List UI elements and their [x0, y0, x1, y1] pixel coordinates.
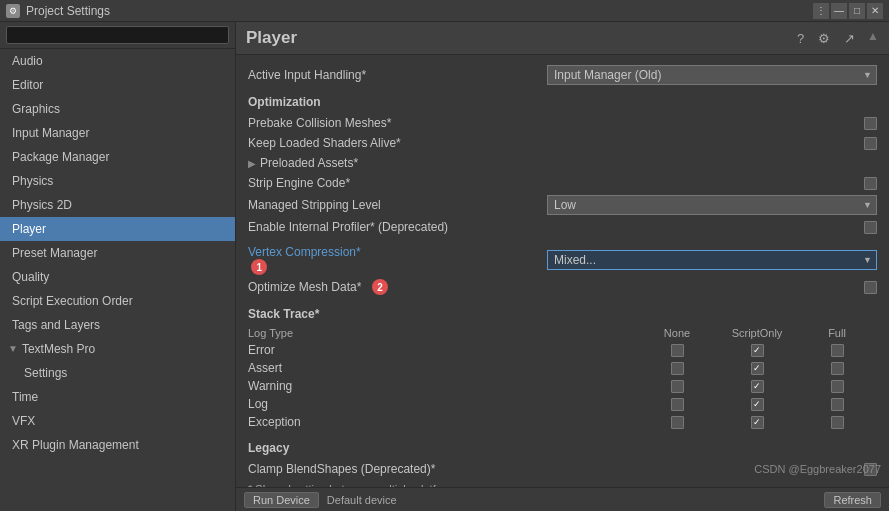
sidebar-item-physics[interactable]: Physics — [0, 169, 235, 193]
strip-engine-checkbox[interactable] — [864, 177, 877, 190]
run-device-btn[interactable]: Run Device — [244, 492, 319, 508]
row-log-label: Log — [248, 397, 637, 411]
log-full-checkbox[interactable] — [831, 398, 844, 411]
refresh-btn[interactable]: Refresh — [824, 492, 881, 508]
keep-shaders-checkbox[interactable] — [864, 137, 877, 150]
sidebar-item-time[interactable]: Time — [0, 385, 235, 409]
sidebar-item-player[interactable]: Player — [0, 217, 235, 241]
col-script-only: ScriptOnly — [717, 327, 797, 339]
search-input[interactable] — [6, 26, 229, 44]
row-warning-label: Warning — [248, 379, 637, 393]
vertex-dropdown-arrow-icon: ▼ — [863, 255, 872, 265]
title-bar: ⚙ Project Settings ⋮ — □ ✕ — [0, 0, 889, 22]
sidebar-item-package-manager[interactable]: Package Manager — [0, 145, 235, 169]
sidebar-item-quality[interactable]: Quality — [0, 265, 235, 289]
col-none: None — [637, 327, 717, 339]
active-input-label: Active Input Handling* — [248, 68, 547, 82]
assert-scriptonly-checkbox[interactable] — [751, 362, 764, 375]
legacy-header: Legacy — [248, 441, 877, 455]
preloaded-assets-arrow: ▶ — [248, 158, 256, 169]
close-btn[interactable]: ✕ — [867, 3, 883, 19]
sidebar-item-script-execution[interactable]: Script Execution Order — [0, 289, 235, 313]
page-title: Player — [246, 28, 297, 48]
dropdown-arrow-icon: ▼ — [863, 70, 872, 80]
exception-none-checkbox[interactable] — [671, 416, 684, 429]
optimize-mesh-label: Optimize Mesh Data* 2 — [248, 279, 864, 295]
maximize-btn[interactable]: □ — [849, 3, 865, 19]
error-scriptonly-checkbox[interactable] — [751, 344, 764, 357]
sidebar-item-vfx[interactable]: VFX — [0, 409, 235, 433]
app-icon: ⚙ — [6, 4, 20, 18]
expand-arrow-icon: ▼ — [8, 340, 18, 358]
header-toolbar: ? ⚙ ↗ ▲ — [793, 29, 879, 48]
minimize-btn[interactable]: — — [831, 3, 847, 19]
help-btn[interactable]: ? — [793, 29, 808, 48]
sidebar-item-graphics[interactable]: Graphics — [0, 97, 235, 121]
managed-stripping-row: Managed Stripping Level Low ▼ — [248, 193, 877, 217]
sidebar-item-tags-layers[interactable]: Tags and Layers — [0, 313, 235, 337]
exception-scriptonly-checkbox[interactable] — [751, 416, 764, 429]
content-scroll: Active Input Handling* Input Manager (Ol… — [236, 55, 889, 487]
sidebar: Audio Editor Graphics Input Manager Pack… — [0, 22, 236, 511]
error-full-checkbox[interactable] — [831, 344, 844, 357]
assert-none-checkbox[interactable] — [671, 362, 684, 375]
managed-stripping-label: Managed Stripping Level — [248, 198, 547, 212]
stack-trace-columns: Log Type None ScriptOnly Full — [248, 325, 877, 341]
preloaded-assets-row: ▶ Preloaded Assets* — [248, 153, 877, 173]
vertex-compression-row: Vertex Compression* 1 Mixed... ▼ — [248, 243, 877, 277]
default-device-label: Default device — [327, 494, 397, 506]
exception-full-checkbox[interactable] — [831, 416, 844, 429]
log-scriptonly-checkbox[interactable] — [751, 398, 764, 411]
enable-profiler-checkbox[interactable] — [864, 221, 877, 234]
table-row-assert: Assert — [248, 359, 877, 377]
content-area: Player ? ⚙ ↗ ▲ Active Input Handling* In… — [236, 22, 889, 511]
optimize-mesh-badge: 2 — [372, 279, 388, 295]
sidebar-item-xr-plugin[interactable]: XR Plugin Management — [0, 433, 235, 457]
strip-engine-label: Strip Engine Code* — [248, 176, 864, 190]
watermark: CSDN @Eggbreaker2077 — [754, 463, 881, 475]
assert-full-checkbox[interactable] — [831, 362, 844, 375]
content-header: Player ? ⚙ ↗ ▲ — [236, 22, 889, 55]
expand-btn[interactable]: ↗ — [840, 29, 859, 48]
keep-shaders-row: Keep Loaded Shaders Alive* — [248, 133, 877, 153]
vertex-badge: 1 — [251, 259, 267, 275]
table-row-exception: Exception — [248, 413, 877, 431]
optimization-header: Optimization — [248, 95, 877, 109]
stack-trace-table: Log Type None ScriptOnly Full Error Asse… — [248, 325, 877, 431]
sidebar-search-container — [0, 22, 235, 49]
sidebar-item-audio[interactable]: Audio — [0, 49, 235, 73]
row-assert-label: Assert — [248, 361, 637, 375]
sidebar-item-input-manager[interactable]: Input Manager — [0, 121, 235, 145]
warning-none-checkbox[interactable] — [671, 380, 684, 393]
row-exception-label: Exception — [248, 415, 637, 429]
managed-stripping-dropdown[interactable]: Low ▼ — [547, 195, 877, 215]
bottom-bar: Run Device Default device Refresh — [236, 487, 889, 511]
prebake-checkbox[interactable] — [864, 117, 877, 130]
sidebar-item-textmesh-pro[interactable]: ▼ TextMesh Pro — [0, 337, 235, 361]
warning-scriptonly-checkbox[interactable] — [751, 380, 764, 393]
stripping-dropdown-arrow-icon: ▼ — [863, 200, 872, 210]
vertex-compression-label: Vertex Compression* 1 — [248, 245, 547, 275]
warning-full-checkbox[interactable] — [831, 380, 844, 393]
col-full: Full — [797, 327, 877, 339]
log-none-checkbox[interactable] — [671, 398, 684, 411]
window-controls: ⋮ — □ ✕ — [813, 3, 883, 19]
error-none-checkbox[interactable] — [671, 344, 684, 357]
active-input-dropdown[interactable]: Input Manager (Old) ▼ — [547, 65, 877, 85]
menu-btn[interactable]: ⋮ — [813, 3, 829, 19]
settings-gear-btn[interactable]: ⚙ — [814, 29, 834, 48]
table-row-log: Log — [248, 395, 877, 413]
sidebar-item-physics-2d[interactable]: Physics 2D — [0, 193, 235, 217]
preloaded-assets-label: ▶ Preloaded Assets* — [248, 156, 877, 170]
keep-shaders-label: Keep Loaded Shaders Alive* — [248, 136, 864, 150]
sidebar-item-preset-manager[interactable]: Preset Manager — [0, 241, 235, 265]
shared-setting-note: * Shared setting between multiple platfo… — [248, 483, 877, 487]
optimize-mesh-checkbox[interactable] — [864, 281, 877, 294]
vertex-dropdown[interactable]: Mixed... ▼ — [547, 250, 877, 270]
scroll-up-btn[interactable]: ▲ — [867, 29, 879, 48]
window-title: Project Settings — [26, 4, 807, 18]
vertex-compression-link[interactable]: Vertex Compression* — [248, 245, 547, 259]
sidebar-item-settings[interactable]: Settings — [0, 361, 235, 385]
prebake-label: Prebake Collision Meshes* — [248, 116, 864, 130]
sidebar-item-editor[interactable]: Editor — [0, 73, 235, 97]
